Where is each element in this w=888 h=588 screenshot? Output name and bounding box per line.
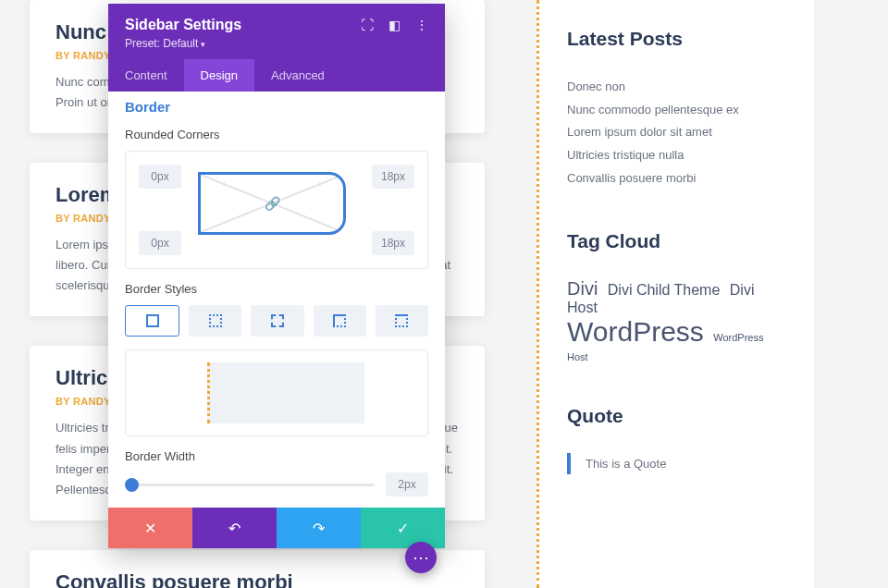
focus-icon[interactable]: ⛶ bbox=[361, 18, 374, 32]
border-style-top[interactable] bbox=[189, 305, 241, 337]
quote-title: Quote bbox=[567, 405, 792, 427]
preset-dropdown[interactable]: Preset: Default bbox=[125, 37, 428, 50]
corner-preview[interactable]: 🔗 bbox=[198, 172, 346, 235]
border-width-slider[interactable] bbox=[125, 484, 375, 486]
panel-action-bar: ✕ ↶ ↷ ✓ bbox=[108, 508, 445, 548]
sidebar-widget-area: Latest Posts Donec non Nunc commodo pell… bbox=[536, 0, 814, 588]
more-icon[interactable]: ⋮ bbox=[415, 18, 428, 32]
border-width-input[interactable] bbox=[386, 472, 428, 496]
latest-posts-title: Latest Posts bbox=[567, 28, 792, 50]
post-link[interactable]: Ultricies tristique nulla bbox=[567, 144, 792, 167]
rounded-corners-label: Rounded Corners bbox=[125, 128, 428, 141]
corner-top-left-input[interactable] bbox=[139, 165, 181, 189]
undo-button[interactable]: ↶ bbox=[192, 508, 277, 548]
corner-bottom-right-input[interactable] bbox=[372, 231, 414, 255]
quote-box: This is a Quote bbox=[567, 453, 792, 474]
tag-link[interactable]: Divi Child Theme bbox=[608, 282, 721, 298]
border-width-label: Border Width bbox=[125, 449, 428, 463]
panel-header[interactable]: Sidebar Settings ⛶ ◧ ⋮ Preset: Default bbox=[108, 4, 445, 59]
post-link[interactable]: Nunc commodo pellentesque ex bbox=[567, 99, 792, 122]
corner-bottom-left-input[interactable] bbox=[139, 231, 181, 255]
border-style-bottom[interactable] bbox=[314, 305, 366, 337]
cancel-button[interactable]: ✕ bbox=[108, 508, 192, 548]
latest-posts-list: Donec non Nunc commodo pellentesque ex L… bbox=[567, 76, 792, 190]
link-values-icon[interactable]: 🔗 bbox=[265, 196, 280, 211]
slider-thumb[interactable] bbox=[125, 478, 139, 492]
border-style-left[interactable] bbox=[376, 305, 428, 337]
tab-content[interactable]: Content bbox=[108, 59, 184, 92]
save-button[interactable]: ✓ bbox=[361, 508, 445, 548]
border-style-right[interactable] bbox=[251, 305, 303, 337]
border-style-row bbox=[125, 305, 428, 337]
tag-link[interactable]: WordPress bbox=[567, 316, 704, 347]
border-style-preview bbox=[125, 349, 428, 436]
rounded-corners-control: 🔗 bbox=[125, 151, 428, 269]
border-width-row bbox=[125, 472, 428, 496]
tab-design[interactable]: Design bbox=[184, 59, 254, 92]
tag-cloud: Divi Divi Child Theme Divi Host WordPres… bbox=[567, 278, 792, 364]
border-styles-label: Border Styles bbox=[125, 282, 428, 296]
fab-more-icon[interactable]: ⋯ bbox=[405, 542, 437, 573]
border-preview-box bbox=[207, 362, 364, 423]
columns-icon[interactable]: ◧ bbox=[388, 18, 401, 32]
panel-tabs: Content Design Advanced bbox=[108, 59, 445, 92]
settings-panel: Sidebar Settings ⛶ ◧ ⋮ Preset: Default C… bbox=[108, 4, 445, 548]
tag-cloud-title: Tag Cloud bbox=[567, 230, 792, 252]
border-style-all[interactable] bbox=[125, 305, 179, 337]
section-border[interactable]: Border bbox=[125, 99, 428, 115]
corner-top-right-input[interactable] bbox=[372, 165, 414, 189]
article-title[interactable]: Convallis posuere morbi bbox=[56, 570, 459, 588]
tab-advanced[interactable]: Advanced bbox=[254, 59, 341, 92]
redo-button[interactable]: ↷ bbox=[277, 508, 361, 548]
post-link[interactable]: Lorem ipsum dolor sit amet bbox=[567, 121, 792, 144]
post-link[interactable]: Donec non bbox=[567, 76, 792, 99]
tag-link[interactable]: Divi bbox=[567, 278, 598, 299]
panel-title: Sidebar Settings bbox=[125, 17, 241, 33]
panel-body: Border Rounded Corners 🔗 Border Styles B… bbox=[108, 92, 445, 508]
post-link[interactable]: Convallis posuere morbi bbox=[567, 167, 792, 190]
